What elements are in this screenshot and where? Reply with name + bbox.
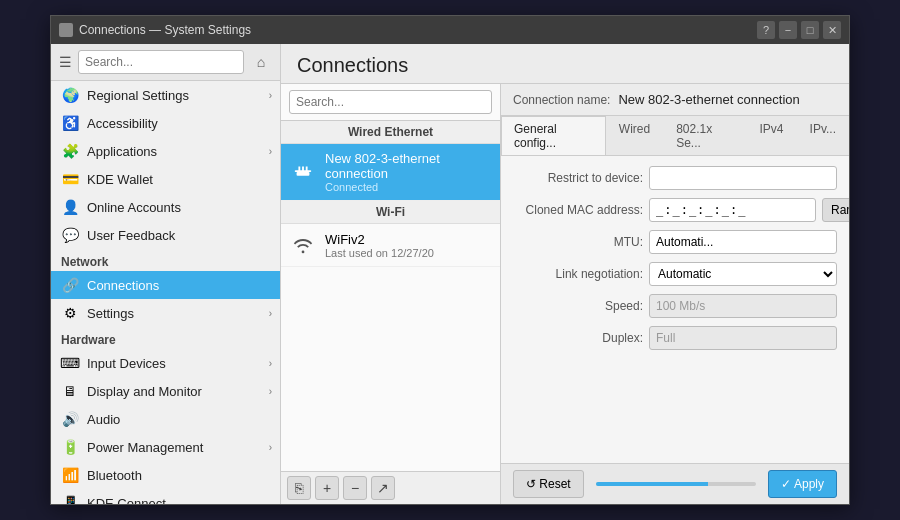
window-controls: ? − □ ✕ [757, 21, 841, 39]
hardware-section-header: Hardware [51, 327, 280, 349]
sidebar-item-bluetooth[interactable]: 📶 Bluetooth [51, 461, 280, 489]
reset-button[interactable]: ↺ Reset [513, 470, 584, 498]
sidebar-header: ☰ ⌂ [51, 44, 280, 81]
remove-connection-button[interactable]: − [343, 476, 367, 500]
add-connection-button[interactable]: + [315, 476, 339, 500]
tab-ipv6[interactable]: IPv... [797, 116, 849, 155]
wifi-icon [289, 231, 317, 259]
ethernet-icon [289, 158, 317, 186]
accessibility-icon: ♿ [61, 114, 79, 132]
mtu-label: MTU: [513, 235, 643, 249]
bluetooth-icon: 📶 [61, 466, 79, 484]
sidebar-item-display-monitor[interactable]: 🖥 Display and Monitor › [51, 377, 280, 405]
progress-bar-container [596, 482, 757, 486]
sidebar-item-connections[interactable]: 🔗 Connections [51, 271, 280, 299]
home-button[interactable]: ⌂ [250, 51, 272, 73]
arrow-icon: › [269, 358, 272, 369]
applications-icon: 🧩 [61, 142, 79, 160]
window-title: Connections — System Settings [79, 23, 251, 37]
tab-general[interactable]: General config... [501, 116, 606, 155]
sidebar-item-audio[interactable]: 🔊 Audio [51, 405, 280, 433]
detail-tabs: General config... Wired 802.1x Se... IPv… [501, 116, 849, 156]
sidebar-item-user-feedback[interactable]: 💬 User Feedback [51, 221, 280, 249]
svg-rect-4 [297, 172, 310, 176]
help-button[interactable]: ? [757, 21, 775, 39]
titlebar-left: Connections — System Settings [59, 23, 251, 37]
sidebar-item-applications[interactable]: 🧩 Applications › [51, 137, 280, 165]
power-management-icon: 🔋 [61, 438, 79, 456]
sidebar-item-online-accounts[interactable]: 👤 Online Accounts [51, 193, 280, 221]
tab-ipv4[interactable]: IPv4 [747, 116, 797, 155]
link-negotiation-select[interactable]: Automatic [649, 262, 837, 286]
input-devices-icon: ⌨ [61, 354, 79, 372]
link-negotiation-row: Link negotiation: Automatic [513, 262, 837, 286]
randomize-mac-button[interactable]: Rando... [822, 198, 849, 222]
sidebar-item-input-devices[interactable]: ⌨ Input Devices › [51, 349, 280, 377]
arrow-icon: › [269, 90, 272, 101]
detail-form: Restrict to device: Cloned MAC address: … [501, 156, 849, 463]
connection-name-value: New 802-3-ethernet connection [618, 92, 799, 107]
apply-button[interactable]: ✓ Apply [768, 470, 837, 498]
sidebar-item-kde-wallet[interactable]: 💳 KDE Wallet [51, 165, 280, 193]
duplex-label: Duplex: [513, 331, 643, 345]
connection-search-input[interactable] [289, 90, 492, 114]
sidebar-search-input[interactable] [78, 50, 244, 74]
sidebar-item-power-management[interactable]: 🔋 Power Management › [51, 433, 280, 461]
restrict-device-input[interactable] [649, 166, 837, 190]
wired-item-text: New 802-3-ethernet connection Connected [325, 151, 492, 193]
restrict-device-row: Restrict to device: [513, 166, 837, 190]
panel-title: Connections [297, 54, 408, 76]
right-panel: Connections Wired Ethernet [281, 44, 849, 504]
arrow-icon: › [269, 146, 272, 157]
hamburger-icon[interactable]: ☰ [59, 54, 72, 70]
mtu-row: MTU: [513, 230, 837, 254]
online-accounts-icon: 👤 [61, 198, 79, 216]
copy-connection-button[interactable]: ⎘ [287, 476, 311, 500]
tab-wired[interactable]: Wired [606, 116, 663, 155]
speed-label: Speed: [513, 299, 643, 313]
tab-dot1x[interactable]: 802.1x Se... [663, 116, 746, 155]
mtu-input[interactable] [649, 230, 837, 254]
minimize-button[interactable]: − [779, 21, 797, 39]
svg-rect-1 [298, 167, 300, 173]
connection-item-wired[interactable]: New 802-3-ethernet connection Connected [281, 144, 500, 201]
kde-connect-icon: 📱 [61, 494, 79, 504]
wired-ethernet-header: Wired Ethernet [281, 121, 500, 144]
svg-rect-3 [306, 167, 308, 173]
arrow-icon: › [269, 308, 272, 319]
bottom-bar: ↺ Reset ✓ Apply [501, 463, 849, 504]
duplex-input [649, 326, 837, 350]
connection-item-wifi[interactable]: WiFiv2 Last used on 12/27/20 [281, 224, 500, 267]
main-window: Connections — System Settings ? − □ ✕ ☰ … [50, 15, 850, 505]
app-icon [59, 23, 73, 37]
cloned-mac-input[interactable] [649, 198, 816, 222]
svg-rect-2 [302, 167, 304, 173]
export-connection-button[interactable]: ↗ [371, 476, 395, 500]
connection-items: Wired Ethernet [281, 121, 500, 471]
audio-icon: 🔊 [61, 410, 79, 428]
connection-name-label: Connection name: [513, 93, 610, 107]
connection-list: Wired Ethernet [281, 84, 501, 504]
sidebar-item-settings[interactable]: ⚙ Settings › [51, 299, 280, 327]
maximize-button[interactable]: □ [801, 21, 819, 39]
wifi-header: Wi-Fi [281, 201, 500, 224]
titlebar: Connections — System Settings ? − □ ✕ [51, 16, 849, 44]
restrict-device-label: Restrict to device: [513, 171, 643, 185]
sidebar-item-regional[interactable]: 🌍 Regional Settings › [51, 81, 280, 109]
cloned-mac-row: Cloned MAC address: Rando... [513, 198, 837, 222]
speed-row: Speed: [513, 294, 837, 318]
connection-search [281, 84, 500, 121]
sidebar-item-accessibility[interactable]: ♿ Accessibility [51, 109, 280, 137]
detail-panel: Connection name: New 802-3-ethernet conn… [501, 84, 849, 504]
regional-icon: 🌍 [61, 86, 79, 104]
close-button[interactable]: ✕ [823, 21, 841, 39]
panel-body: Wired Ethernet [281, 84, 849, 504]
kde-wallet-icon: 💳 [61, 170, 79, 188]
connection-toolbar: ⎘ + − ↗ [281, 471, 500, 504]
network-section-header: Network [51, 249, 280, 271]
progress-bar-fill [596, 482, 708, 486]
sidebar-item-kde-connect[interactable]: 📱 KDE Connect [51, 489, 280, 504]
connections-icon: 🔗 [61, 276, 79, 294]
speed-input [649, 294, 837, 318]
connection-name-row: Connection name: New 802-3-ethernet conn… [513, 92, 837, 107]
